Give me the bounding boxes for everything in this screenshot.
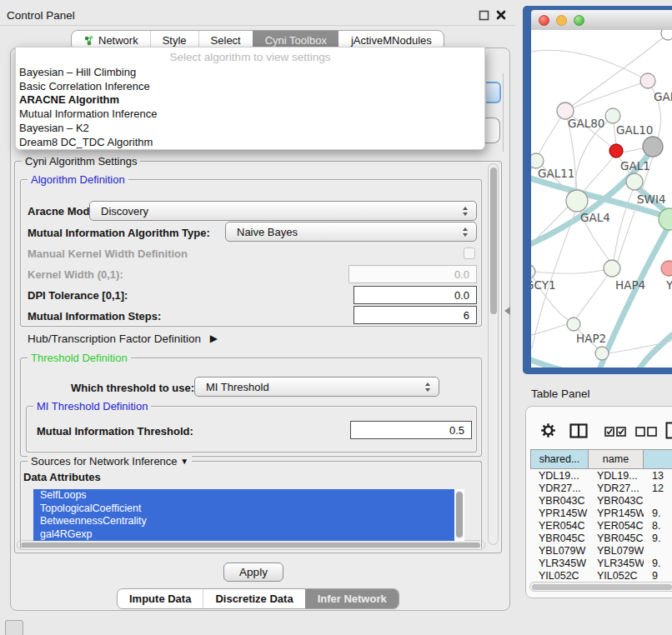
- table-row[interactable]: YDL19...YDL19...13: [530, 470, 672, 482]
- table-cell[interactable]: 9: [644, 570, 672, 581]
- table-cell[interactable]: 12: [644, 482, 672, 495]
- network-node[interactable]: [640, 73, 655, 88]
- algorithm-option-dream8-dc-tdc-algorithm[interactable]: Dream8 DC_TDC Algorithm: [16, 135, 484, 149]
- network-edge[interactable]: [572, 81, 648, 108]
- network-node[interactable]: [566, 190, 588, 212]
- network-edge[interactable]: [565, 33, 668, 111]
- network-node[interactable]: [595, 347, 609, 360]
- table-cell[interactable]: YER054C: [530, 520, 589, 532]
- algorithm-option-mutual-information-inference[interactable]: Mutual Information Inference: [16, 108, 484, 122]
- algorithm-option-aracne-algorithm[interactable]: ARACNE Algorithm: [16, 93, 484, 108]
- table-cell[interactable]: 8.: [644, 520, 672, 532]
- mi-steps-field[interactable]: 6: [354, 306, 477, 324]
- table-cell[interactable]: 9.: [644, 532, 672, 545]
- table-cell[interactable]: YER054C: [589, 520, 644, 532]
- network-edge[interactable]: [584, 157, 614, 192]
- network-node[interactable]: [661, 261, 672, 276]
- document-icon[interactable]: [665, 422, 672, 439]
- table-cell[interactable]: YDL19...: [589, 470, 644, 482]
- column-header-shared[interactable]: shared...: [530, 449, 589, 469]
- which-threshold-select[interactable]: MI Threshold: [194, 377, 439, 397]
- table-cell[interactable]: YIL052C: [530, 570, 589, 581]
- table-cell[interactable]: YDR27...: [530, 482, 589, 495]
- algorithm-option-basic-correlation-inference[interactable]: Basic Correlation Inference: [16, 80, 484, 94]
- attributes-scrollbar[interactable]: [455, 491, 464, 539]
- table-cell[interactable]: YBR043C: [589, 495, 644, 508]
- table-row[interactable]: YBR045CYBR045C9.: [530, 532, 672, 545]
- algorithm-option-bayesian-k2[interactable]: Bayesian – K2: [16, 122, 484, 136]
- manual-kernel-checkbox[interactable]: [464, 248, 475, 259]
- select-all-checkboxes-icon[interactable]: [604, 427, 626, 437]
- table-row[interactable]: YDR27...YDR27...12: [530, 482, 672, 495]
- network-node[interactable]: [626, 173, 643, 190]
- deselect-all-checkboxes-icon[interactable]: [635, 427, 657, 437]
- table-cell[interactable]: YDL19...: [530, 470, 589, 482]
- table-cell[interactable]: 13: [644, 470, 672, 482]
- table-cell[interactable]: [644, 545, 672, 558]
- table-cell[interactable]: YBL079W: [530, 545, 589, 558]
- mi-type-select[interactable]: Naive Bayes: [225, 222, 477, 242]
- close-traffic-icon[interactable]: [539, 15, 549, 26]
- table-cell[interactable]: YLR345W: [589, 558, 644, 570]
- split-pane-icon[interactable]: [569, 423, 588, 438]
- network-edge[interactable]: [535, 270, 604, 273]
- table-cell[interactable]: YPR145W: [530, 508, 589, 520]
- network-edge[interactable]: [575, 122, 607, 190]
- network-edge-thick[interactable]: [531, 357, 577, 368]
- network-node[interactable]: [604, 260, 620, 277]
- network-edge-thick[interactable]: [636, 335, 672, 368]
- table-cell[interactable]: YDR27...: [589, 482, 644, 495]
- apply-button[interactable]: Apply: [223, 562, 283, 582]
- panel-splitter-handle[interactable]: [504, 307, 510, 315]
- table-row[interactable]: YIL052CYIL052C9: [530, 570, 672, 581]
- network-window[interactable]: GALGAL80GAL10GAL1GAL11SWI4GAL4GCY1HAP4YH…: [523, 6, 672, 374]
- dpi-tolerance-field[interactable]: 0.0: [354, 286, 477, 304]
- table-cell[interactable]: YLR345W: [530, 558, 589, 570]
- table-row[interactable]: YPR145WYPR145W9.: [530, 508, 672, 520]
- network-node[interactable]: [609, 144, 623, 158]
- bottom-tab-discretize-data[interactable]: Discretize Data: [203, 589, 304, 608]
- table-cell[interactable]: YIL052C: [589, 570, 644, 581]
- network-edge[interactable]: [622, 148, 643, 152]
- network-window-titlebar[interactable]: [531, 10, 672, 31]
- network-node[interactable]: [643, 137, 663, 157]
- table-cell[interactable]: 9.: [644, 508, 672, 520]
- table-row[interactable]: YLR345WYLR345W9.: [530, 558, 672, 570]
- gear-icon[interactable]: [540, 422, 556, 438]
- network-node[interactable]: [605, 108, 620, 123]
- bottom-tab-infer-network[interactable]: Infer Network: [305, 589, 399, 608]
- hub-definition-toggle[interactable]: Hub/Transcription Factor Definition ▶: [28, 332, 218, 345]
- table-cell[interactable]: 9.: [644, 558, 672, 570]
- attribute-item-selfloops[interactable]: SelfLoops: [33, 489, 454, 502]
- table-cell[interactable]: YPR145W: [589, 508, 644, 520]
- attribute-table[interactable]: shared...name YDL19...YDL19...13YDR27...…: [530, 449, 672, 581]
- table-row[interactable]: YBL079WYBL079W: [530, 545, 672, 558]
- close-icon[interactable]: [495, 9, 507, 21]
- attribute-item-betweennesscentrality[interactable]: BetweennessCentrality: [33, 515, 454, 528]
- algorithm-option-bayesian-hill-climbing[interactable]: Bayesian – Hill Climbing: [16, 66, 484, 80]
- attributes-scrollbar-thumb[interactable]: [456, 492, 463, 538]
- data-attributes-list[interactable]: SelfLoopsTopologicalCoefficientBetweenne…: [33, 489, 464, 541]
- minimize-traffic-icon[interactable]: [556, 15, 567, 26]
- zoom-traffic-icon[interactable]: [574, 15, 584, 26]
- column-header-name[interactable]: name: [589, 449, 644, 469]
- network-edge[interactable]: [531, 50, 648, 81]
- table-cell[interactable]: [644, 495, 672, 508]
- table-cell[interactable]: YBL079W: [589, 545, 644, 558]
- table-cell[interactable]: YBR045C: [589, 532, 644, 545]
- hidden-combo-focused-button[interactable]: [486, 82, 501, 103]
- table-cell[interactable]: YBR045C: [530, 532, 589, 545]
- table-horizontal-scrollbar-thumb[interactable]: [532, 584, 672, 590]
- dock-button[interactable]: [5, 620, 23, 635]
- attribute-item-gal4rgexp[interactable]: gal4RGexp: [33, 528, 454, 542]
- float-icon[interactable]: [479, 10, 489, 21]
- attribute-item-topologicalcoefficient[interactable]: TopologicalCoefficient: [33, 502, 454, 516]
- mi-threshold-field[interactable]: 0.5: [350, 421, 472, 439]
- kernel-width-field[interactable]: 0.0: [349, 265, 477, 283]
- network-node[interactable]: [661, 30, 672, 40]
- settings-vertical-scrollbar-thumb[interactable]: [490, 168, 497, 314]
- network-edge[interactable]: [576, 275, 608, 318]
- network-canvas[interactable]: GALGAL80GAL10GAL1GAL11SWI4GAL4GCY1HAP4YH…: [531, 30, 672, 368]
- bottom-tab-impute-data[interactable]: Impute Data: [118, 589, 203, 608]
- settings-vertical-scrollbar[interactable]: [488, 163, 499, 545]
